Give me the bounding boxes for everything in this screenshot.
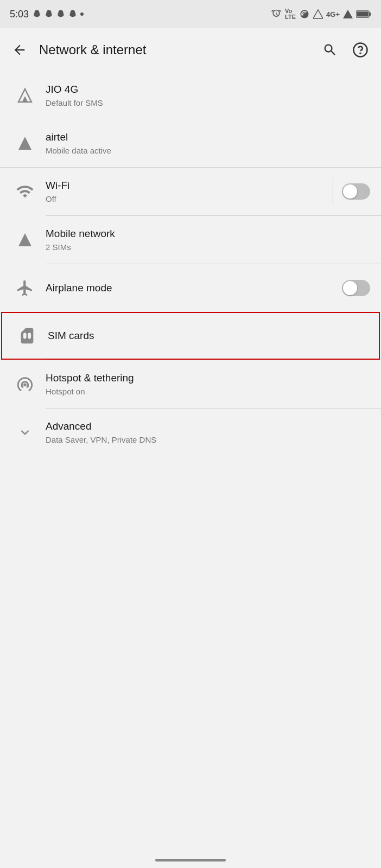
svg-marker-9 — [22, 96, 28, 102]
svg-marker-2 — [343, 10, 353, 18]
hotspot-subtitle: Hotspot on — [46, 386, 370, 397]
list-item-jio[interactable]: JIO 4G Default for SMS — [0, 72, 381, 119]
volte-icon: Vo LTE — [285, 8, 296, 20]
list-item-mobile-network[interactable]: Mobile network 2 SIMs — [0, 216, 381, 264]
wifi-toggle-knob — [343, 184, 357, 199]
airplane-title: Airplane mode — [46, 282, 342, 295]
advanced-title: Advanced — [46, 420, 370, 433]
wifi-title: Wi-Fi — [46, 179, 333, 193]
wifi-icon — [11, 182, 39, 201]
sim-cards-content: SIM cards — [41, 329, 368, 343]
list-item-sim-cards[interactable]: SIM cards — [1, 312, 380, 360]
mobile-network-title: Mobile network — [46, 227, 370, 241]
svg-marker-10 — [18, 137, 31, 150]
svg-rect-5 — [357, 12, 369, 17]
advanced-content: Advanced Data Saver, VPN, Private DNS — [39, 420, 370, 445]
snapchat-icon-4 — [68, 9, 78, 19]
list-item-airtel[interactable]: airtel Mobile data active — [0, 119, 381, 167]
svg-rect-4 — [369, 12, 371, 16]
page-title: Network & internet — [39, 42, 309, 58]
airplane-icon — [11, 279, 39, 297]
list-item-wifi[interactable]: Wi-Fi Off — [0, 168, 381, 215]
mobile-network-content: Mobile network 2 SIMs — [39, 227, 370, 252]
hotspot-title: Hotspot & tethering — [46, 372, 370, 385]
battery-icon — [356, 10, 371, 18]
wifi-calling-icon — [299, 9, 310, 20]
snapchat-icon-2 — [44, 9, 54, 19]
svg-point-7 — [360, 53, 360, 54]
airplane-content: Airplane mode — [39, 282, 342, 295]
help-button[interactable] — [348, 38, 372, 62]
svg-point-0 — [80, 12, 84, 16]
signal-full-icon — [343, 9, 353, 20]
back-button[interactable] — [9, 39, 30, 61]
settings-list: JIO 4G Default for SMS airtel Mobile dat… — [0, 72, 381, 456]
alarm-icon — [271, 9, 282, 20]
sim-cards-title: SIM cards — [48, 329, 368, 343]
list-item-advanced[interactable]: Advanced Data Saver, VPN, Private DNS — [0, 409, 381, 456]
top-actions — [318, 38, 372, 62]
hotspot-icon — [11, 375, 39, 393]
signal-empty-icon — [313, 9, 323, 20]
status-time: 5:03 — [10, 9, 29, 20]
airtel-subtitle: Mobile data active — [46, 145, 370, 156]
airplane-toggle-knob — [343, 281, 357, 295]
airplane-toggle-area — [342, 280, 370, 296]
svg-marker-11 — [18, 233, 31, 246]
hotspot-content: Hotspot & tethering Hotspot on — [39, 372, 370, 397]
4g-plus-icon: 4G+ — [326, 10, 340, 18]
snapchat-icon-3 — [56, 9, 66, 19]
jio-title: JIO 4G — [46, 83, 370, 97]
status-bar: 5:03 Vo — [0, 0, 381, 28]
svg-marker-1 — [313, 10, 323, 18]
airplane-toggle[interactable] — [342, 280, 370, 296]
airtel-content: airtel Mobile data active — [39, 131, 370, 156]
notification-dot — [80, 12, 84, 16]
snapchat-icon-1 — [32, 9, 42, 19]
chevron-down-icon — [11, 424, 39, 441]
nav-bar — [0, 859, 381, 861]
nav-pill[interactable] — [155, 859, 226, 861]
status-right: Vo LTE 4G+ — [271, 8, 371, 20]
wifi-subtitle: Off — [46, 194, 333, 205]
jio-content: JIO 4G Default for SMS — [39, 83, 370, 108]
sim-icon — [13, 327, 41, 345]
jio-subtitle: Default for SMS — [46, 98, 370, 108]
list-item-hotspot[interactable]: Hotspot & tethering Hotspot on — [0, 360, 381, 408]
status-left: 5:03 — [10, 9, 84, 20]
wifi-toggle-area — [333, 178, 370, 205]
mobile-network-icon — [11, 231, 39, 248]
mobile-network-subtitle: 2 SIMs — [46, 242, 370, 253]
search-button[interactable] — [318, 38, 342, 62]
wifi-vertical-divider — [333, 178, 333, 205]
wifi-toggle[interactable] — [342, 183, 370, 200]
airtel-signal-icon — [11, 135, 39, 152]
signal-low-icon — [11, 87, 39, 104]
airtel-title: airtel — [46, 131, 370, 144]
notification-icons — [32, 9, 84, 19]
advanced-subtitle: Data Saver, VPN, Private DNS — [46, 435, 370, 445]
wifi-content: Wi-Fi Off — [39, 179, 333, 204]
list-item-airplane-mode[interactable]: Airplane mode — [0, 264, 381, 312]
top-bar: Network & internet — [0, 28, 381, 72]
